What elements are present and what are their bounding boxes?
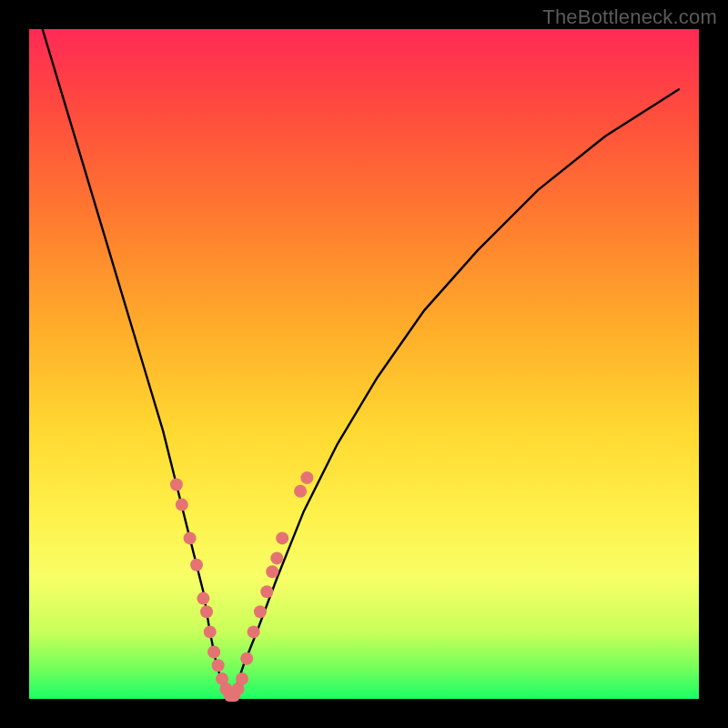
- bottleneck-curve: [43, 29, 679, 699]
- marker-dot: [254, 605, 267, 618]
- marker-dot: [176, 499, 188, 511]
- marker-dot: [266, 565, 278, 578]
- marker-dot: [260, 585, 273, 598]
- chart-stage: TheBottleneck.com: [0, 0, 728, 728]
- marker-dot: [212, 659, 225, 672]
- marker-dot: [207, 646, 220, 659]
- marker-dot: [190, 559, 203, 571]
- chart-svg: [29, 29, 699, 699]
- plot-area: [29, 29, 699, 699]
- watermark-text: TheBottleneck.com: [542, 5, 717, 29]
- marker-dot: [184, 531, 197, 544]
- marker-dot: [236, 672, 248, 685]
- marker-dot: [300, 471, 313, 484]
- marker-dot: [294, 485, 307, 498]
- marker-dot: [200, 605, 213, 618]
- marker-dot: [248, 625, 260, 638]
- marker-dot: [276, 531, 288, 544]
- marker-dot: [270, 551, 283, 564]
- marker-dot: [204, 625, 217, 638]
- marker-dot: [170, 479, 183, 491]
- marker-dot: [197, 592, 209, 605]
- marker-dot: [240, 652, 253, 665]
